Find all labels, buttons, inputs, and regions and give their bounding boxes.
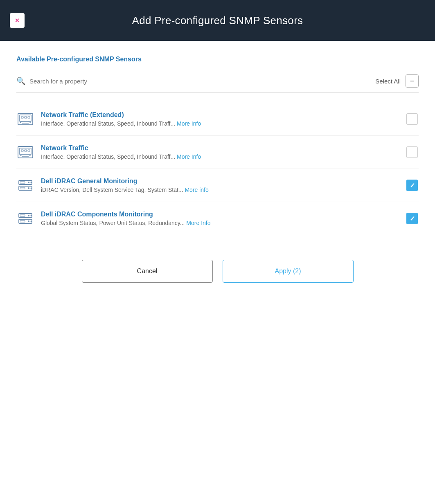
svg-rect-6: [25, 117, 27, 118]
sensor-desc-2: Interface, Operational Status, Speed, In…: [41, 153, 399, 160]
checkbox-unchecked-2[interactable]: [406, 146, 418, 158]
svg-rect-14: [25, 150, 27, 151]
checkbox-1[interactable]: [406, 112, 419, 126]
svg-rect-16: [19, 180, 32, 184]
sensor-info-network-traffic: Network Traffic Interface, Operational S…: [41, 144, 399, 160]
search-left: 🔍: [16, 76, 375, 86]
svg-rect-7: [28, 117, 30, 118]
svg-rect-31: [20, 220, 25, 222]
close-button[interactable]: ×: [10, 13, 25, 28]
sensor-icon-network-2: [16, 143, 34, 161]
svg-point-29: [31, 221, 32, 222]
checkbox-3[interactable]: [406, 179, 419, 192]
select-all-minus-button[interactable]: −: [406, 74, 419, 88]
sensor-item-dell-idrac-components: Dell iDRAC Components Monitoring Global …: [16, 202, 419, 235]
search-icon: 🔍: [16, 76, 25, 86]
sensor-item-network-traffic: Network Traffic Interface, Operational S…: [16, 136, 419, 169]
svg-rect-13: [21, 150, 23, 151]
apply-button[interactable]: Apply (2): [223, 260, 354, 283]
sensor-name-1: Network Traffic (Extended): [41, 111, 399, 119]
sensor-icon-server-2: [16, 209, 34, 227]
search-row: 🔍 Select All −: [16, 74, 419, 93]
sensor-name-4: Dell iDRAC Components Monitoring: [41, 211, 399, 218]
checkbox-2[interactable]: [406, 146, 419, 159]
svg-point-20: [28, 187, 29, 189]
dialog-body: Available Pre-configured SNMP Sensors 🔍 …: [0, 41, 435, 314]
sensor-desc-3: iDRAC Version, Dell System Service Tag, …: [41, 187, 399, 193]
more-info-link-4[interactable]: More Info: [186, 220, 210, 226]
more-info-link-2[interactable]: More Info: [177, 153, 201, 160]
sensor-item-dell-idrac-general: Dell iDRAC General Monitoring iDRAC Vers…: [16, 169, 419, 202]
sensor-desc-4: Global System Status, Power Unit Status,…: [41, 220, 399, 226]
more-info-link-1[interactable]: More Info: [177, 120, 201, 127]
sensor-icon-server-1: [16, 176, 34, 194]
svg-rect-30: [20, 215, 25, 216]
svg-rect-5: [21, 117, 23, 118]
sensor-list: Network Traffic (Extended) Interface, Op…: [16, 103, 419, 235]
checkbox-checked-3[interactable]: [406, 180, 418, 191]
footer-buttons: Cancel Apply (2): [16, 260, 419, 299]
svg-point-18: [28, 182, 29, 183]
search-right: Select All −: [375, 74, 419, 88]
search-input[interactable]: [29, 78, 375, 85]
sensor-desc-1: Interface, Operational Status, Speed, In…: [41, 120, 399, 127]
svg-point-27: [31, 215, 32, 216]
cancel-button[interactable]: Cancel: [82, 260, 213, 283]
svg-point-26: [28, 215, 29, 216]
sensor-info-dell-components: Dell iDRAC Components Monitoring Global …: [41, 211, 399, 226]
svg-point-19: [31, 182, 32, 183]
checkbox-4[interactable]: [406, 212, 419, 225]
svg-rect-23: [20, 187, 25, 189]
sensor-info-network-traffic-extended: Network Traffic (Extended) Interface, Op…: [41, 111, 399, 127]
svg-rect-17: [19, 186, 32, 190]
svg-rect-15: [28, 150, 30, 151]
sensor-name-2: Network Traffic: [41, 144, 399, 152]
dialog-header: × Add Pre-configured SNMP Sensors: [0, 0, 435, 41]
svg-rect-24: [19, 214, 32, 218]
svg-rect-22: [20, 182, 25, 183]
sensor-info-dell-general: Dell iDRAC General Monitoring iDRAC Vers…: [41, 178, 399, 193]
select-all-label: Select All: [375, 78, 401, 85]
sensor-item-network-traffic-extended: Network Traffic (Extended) Interface, Op…: [16, 103, 419, 136]
dialog-container: × Add Pre-configured SNMP Sensors Availa…: [0, 0, 435, 504]
sensor-name-3: Dell iDRAC General Monitoring: [41, 178, 399, 185]
dialog-title: Add Pre-configured SNMP Sensors: [132, 14, 303, 27]
svg-point-28: [28, 220, 29, 222]
checkbox-checked-4[interactable]: [406, 213, 418, 224]
more-info-link-3[interactable]: More info: [185, 187, 208, 193]
section-title: Available Pre-configured SNMP Sensors: [16, 56, 419, 63]
svg-rect-25: [19, 219, 32, 223]
sensor-icon-network: [16, 110, 34, 128]
svg-point-21: [31, 188, 32, 189]
checkbox-unchecked-1[interactable]: [406, 113, 418, 125]
